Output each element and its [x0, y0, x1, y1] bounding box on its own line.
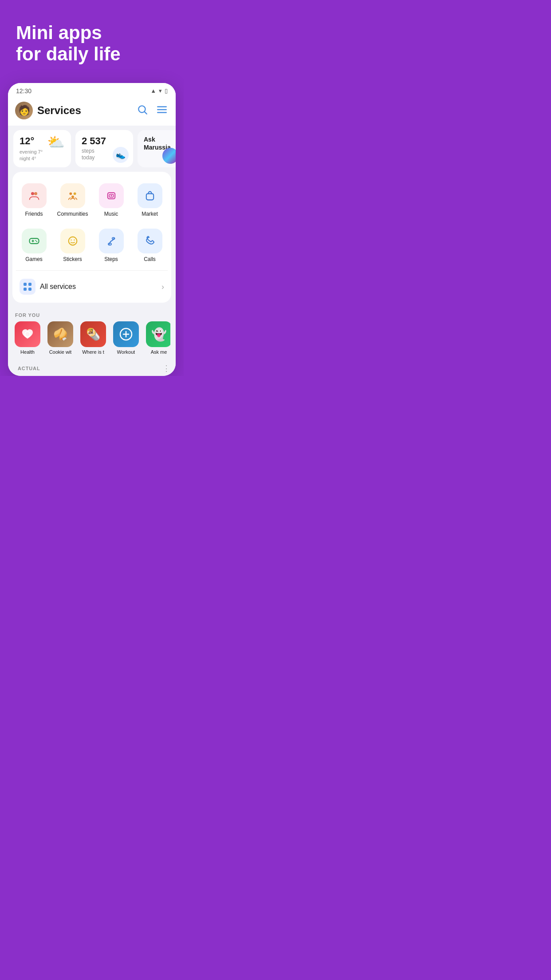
service-steps[interactable]: Steps	[93, 224, 129, 267]
widgets-row: ⛅ 12° evening 7° night 4° 2 537 steps to…	[8, 126, 176, 172]
stickers-icon	[60, 229, 85, 253]
music-label: Music	[104, 211, 118, 217]
search-button[interactable]	[136, 103, 149, 118]
svg-point-19	[68, 237, 77, 245]
battery-icon: ▯	[165, 87, 168, 94]
svg-rect-26	[24, 288, 27, 291]
workout-label: Workout	[117, 349, 135, 355]
stickers-label: Stickers	[63, 256, 82, 262]
actual-section: ACTUAL ⋮	[8, 359, 176, 376]
status-bar: 12:30 ▲ ▾ ▯	[8, 83, 176, 97]
service-music[interactable]: Music	[93, 179, 129, 221]
status-icons: ▲ ▾ ▯	[150, 87, 168, 94]
all-services-label: All services	[40, 283, 157, 291]
ask-orb-icon	[162, 148, 176, 164]
service-games[interactable]: Games	[16, 224, 52, 267]
svg-rect-27	[28, 288, 31, 291]
where-app-icon: 🌯	[80, 321, 106, 347]
svg-point-9	[71, 196, 74, 198]
where-label: Where is t	[82, 349, 104, 355]
cookie-label: Cookie wit	[49, 349, 72, 355]
svg-point-17	[35, 240, 36, 241]
status-time: 12:30	[16, 87, 31, 95]
widget-steps[interactable]: 2 537 steps today 👟	[75, 130, 133, 168]
svg-point-21	[74, 240, 75, 241]
app-workout[interactable]: Workout	[112, 321, 140, 355]
page-title: Services	[37, 104, 131, 117]
for-you-section: FOR YOU Health 🥠 Cookie wit	[8, 307, 176, 359]
for-you-label: FOR YOU	[13, 307, 170, 321]
calls-label: Calls	[144, 256, 156, 262]
svg-rect-13	[146, 194, 153, 200]
communities-label: Communities	[57, 211, 88, 217]
music-icon	[99, 183, 124, 208]
weather-sub: evening 7° night 4°	[20, 149, 65, 162]
app-where[interactable]: 🌯 Where is t	[79, 321, 107, 355]
steps-label-service: Steps	[104, 256, 118, 262]
svg-point-23	[112, 237, 114, 239]
games-label: Games	[25, 256, 43, 262]
actual-label: ACTUAL	[18, 366, 40, 371]
avatar-face: 🧑	[18, 105, 30, 116]
askme-app-icon: 👻	[146, 321, 170, 347]
menu-button[interactable]	[155, 103, 169, 118]
signal-icon: ▲	[150, 87, 156, 94]
svg-rect-25	[28, 283, 31, 286]
weather-icon: ⛅	[47, 134, 65, 150]
widget-ask-marussia[interactable]: Ask Marussia	[138, 130, 176, 168]
more-options-icon[interactable]: ⋮	[162, 364, 170, 373]
search-icon	[137, 104, 148, 115]
phone-frame: 12:30 ▲ ▾ ▯ 🧑 Services	[8, 83, 176, 376]
svg-point-6	[34, 192, 37, 195]
games-icon	[22, 229, 47, 253]
market-icon	[138, 183, 162, 208]
hero-section: Mini apps for daily life	[0, 0, 184, 83]
app-askme[interactable]: 👻 Ask me	[145, 321, 170, 355]
services-grid: Friends Communities	[16, 179, 168, 267]
market-label: Market	[142, 211, 158, 217]
hero-title: Mini apps for daily life	[16, 22, 168, 65]
chevron-right-icon: ›	[161, 282, 164, 292]
svg-point-8	[73, 193, 76, 195]
workout-app-icon	[113, 321, 139, 347]
svg-point-5	[31, 192, 34, 195]
svg-rect-24	[24, 283, 27, 286]
service-stickers[interactable]: Stickers	[55, 224, 91, 267]
askme-label: Ask me	[151, 349, 167, 355]
menu-icon	[156, 104, 168, 115]
cookie-app-icon: 🥠	[47, 321, 73, 347]
svg-rect-14	[29, 239, 39, 244]
svg-point-20	[71, 240, 71, 241]
steps-number: 2 537	[82, 135, 127, 147]
svg-point-18	[36, 241, 37, 242]
friends-icon	[22, 183, 47, 208]
friends-label: Friends	[25, 211, 43, 217]
divider	[16, 270, 168, 271]
calls-icon	[138, 229, 162, 253]
all-services-icon	[20, 279, 35, 295]
header-icons	[136, 103, 169, 118]
svg-point-7	[69, 193, 72, 195]
for-you-grid: Health 🥠 Cookie wit 🌯 Where is t	[13, 321, 170, 355]
svg-point-22	[108, 243, 111, 245]
communities-icon	[60, 183, 85, 208]
app-health[interactable]: Health	[13, 321, 42, 355]
widget-weather[interactable]: ⛅ 12° evening 7° night 4°	[13, 130, 71, 168]
health-app-icon	[15, 321, 40, 347]
health-label: Health	[20, 349, 35, 355]
service-calls[interactable]: Calls	[132, 224, 168, 267]
service-friends[interactable]: Friends	[16, 179, 52, 221]
service-market[interactable]: Market	[132, 179, 168, 221]
svg-line-1	[145, 112, 147, 114]
svg-point-12	[110, 195, 112, 197]
services-section: Friends Communities	[12, 172, 171, 303]
avatar[interactable]: 🧑	[15, 102, 33, 119]
service-communities[interactable]: Communities	[55, 179, 91, 221]
all-services-row[interactable]: All services ›	[16, 274, 168, 299]
app-header: 🧑 Services	[8, 97, 176, 126]
app-cookie[interactable]: 🥠 Cookie wit	[46, 321, 75, 355]
wifi-icon: ▾	[159, 87, 162, 94]
steps-service-icon	[99, 229, 124, 253]
